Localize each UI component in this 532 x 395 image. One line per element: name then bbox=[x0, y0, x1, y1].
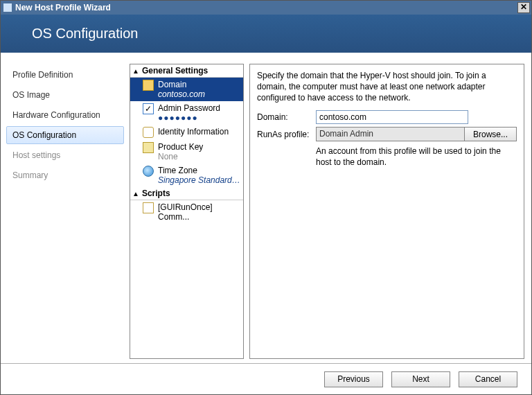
step-host-settings[interactable]: Host settings bbox=[6, 146, 124, 164]
domain-label: Domain: bbox=[257, 112, 316, 122]
timezone-icon bbox=[143, 166, 154, 177]
domain-icon bbox=[143, 80, 154, 91]
step-label: Profile Definition bbox=[12, 70, 73, 80]
tree-section-label: Scripts bbox=[142, 188, 170, 198]
step-summary[interactable]: Summary bbox=[6, 166, 124, 184]
step-hardware-configuration[interactable]: Hardware Configuration bbox=[6, 106, 124, 124]
password-icon: ✓ bbox=[143, 103, 154, 114]
close-icon[interactable]: ✕ bbox=[517, 2, 530, 13]
script-icon bbox=[143, 202, 154, 213]
step-profile-definition[interactable]: Profile Definition bbox=[6, 66, 124, 84]
tree-item-guirunonce[interactable]: [GUIRunOnce] Comm... bbox=[130, 200, 243, 224]
domain-input[interactable] bbox=[316, 110, 468, 124]
page-heading: OS Configuration bbox=[32, 26, 138, 42]
step-label: Host settings bbox=[12, 150, 60, 160]
runas-profile-display: Domain Admin bbox=[316, 127, 465, 141]
step-label: OS Configuration bbox=[12, 130, 76, 140]
tree-item-value: ●●●●●●● bbox=[158, 113, 220, 123]
tree-item-value: Singapore Standard ... bbox=[158, 175, 240, 185]
wizard-steps: Profile Definition OS Image Hardware Con… bbox=[6, 64, 124, 359]
product-key-icon bbox=[143, 142, 154, 153]
tree-item-value: contoso.com bbox=[158, 89, 205, 99]
window-title: New Host Profile Wizard bbox=[15, 3, 111, 12]
instruction-text: Specify the domain that the Hyper-V host… bbox=[257, 70, 517, 103]
runas-hint: An account from this profile will be use… bbox=[316, 146, 517, 168]
step-os-configuration[interactable]: OS Configuration bbox=[6, 126, 124, 144]
tree-item-label: Product Key bbox=[158, 142, 203, 152]
tree-section-label: General Settings bbox=[142, 66, 208, 76]
step-label: OS Image bbox=[12, 90, 50, 100]
step-os-image[interactable]: OS Image bbox=[6, 86, 124, 104]
identity-icon bbox=[143, 127, 154, 138]
collapse-icon: ▲ bbox=[132, 190, 139, 198]
banner-separator bbox=[1, 53, 531, 60]
collapse-icon: ▲ bbox=[132, 67, 139, 75]
tree-item-label: Identity Information bbox=[158, 127, 229, 137]
wizard-banner: OS Configuration bbox=[1, 15, 531, 53]
wizard-footer: Previous Next Cancel bbox=[1, 363, 531, 394]
cancel-button[interactable]: Cancel bbox=[459, 371, 517, 387]
runas-label: RunAs profile: bbox=[257, 130, 316, 139]
step-label: Hardware Configuration bbox=[12, 110, 100, 120]
tree-item-admin-password[interactable]: ✓ Admin Password ●●●●●●● bbox=[130, 101, 243, 125]
tree-item-timezone[interactable]: Time Zone Singapore Standard ... bbox=[130, 164, 243, 187]
settings-tree: ▲ General Settings Domain contoso.com ✓ … bbox=[130, 64, 244, 359]
tree-item-label: Domain bbox=[158, 80, 205, 89]
tree-item-label: Admin Password bbox=[158, 103, 220, 113]
tree-section-scripts[interactable]: ▲ Scripts bbox=[130, 187, 243, 200]
app-icon bbox=[3, 3, 12, 12]
tree-section-general[interactable]: ▲ General Settings bbox=[130, 64, 243, 78]
tree-item-product-key[interactable]: Product Key None bbox=[130, 140, 243, 164]
tree-item-identity[interactable]: Identity Information bbox=[130, 125, 243, 140]
next-button[interactable]: Next bbox=[391, 371, 450, 387]
browse-button[interactable]: Browse... bbox=[465, 127, 517, 141]
previous-button[interactable]: Previous bbox=[324, 371, 383, 387]
step-label: Summary bbox=[12, 170, 48, 180]
tree-item-domain[interactable]: Domain contoso.com bbox=[130, 78, 243, 101]
tree-item-label: [GUIRunOnce] Comm... bbox=[158, 202, 240, 222]
tree-item-label: Time Zone bbox=[158, 166, 240, 175]
detail-panel: Specify the domain that the Hyper-V host… bbox=[249, 64, 524, 359]
tree-item-value: None bbox=[158, 152, 203, 161]
